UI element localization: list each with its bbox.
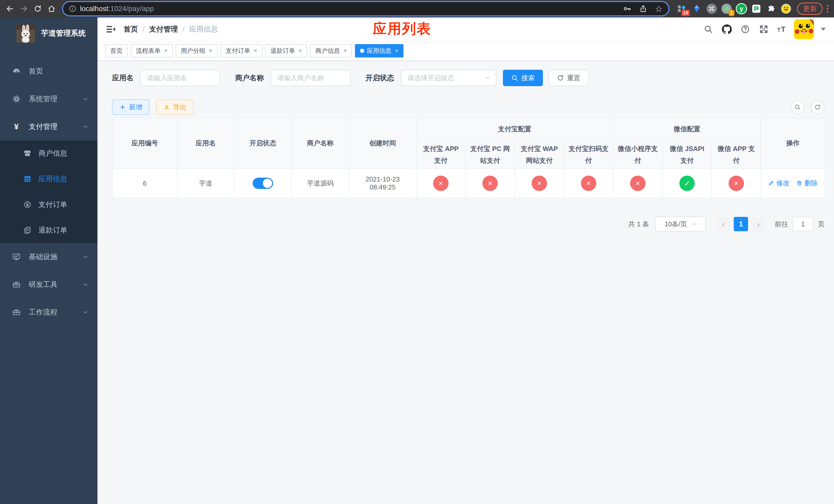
breadcrumb-home[interactable]: 首页 [124, 24, 138, 34]
sidebar-item-app-info[interactable]: 应用信息 [0, 166, 97, 192]
edit-link[interactable]: 修改 [768, 179, 790, 188]
app-name-input[interactable] [140, 70, 220, 86]
tags-view-bar: 首页 流程表单× 用户分组× 支付订单× 退款订单× 商户信息× 应用信息× [97, 41, 834, 61]
delete-link[interactable]: 删除 [796, 179, 818, 188]
sidebar-item-refund-orders[interactable]: 退款订单 [0, 217, 97, 243]
profile-emoji-icon[interactable] [780, 3, 792, 15]
github-icon[interactable] [722, 24, 732, 35]
close-icon[interactable]: × [395, 47, 398, 54]
tag-pay-orders[interactable]: 支付订单× [221, 44, 262, 58]
pinned-extension-icon[interactable]: 10 [676, 3, 688, 15]
sidebar-item-workflow[interactable]: 工作流程 [0, 298, 97, 326]
bookmark-star-icon[interactable]: ☆ [655, 4, 663, 13]
yen-icon: ¥ [12, 122, 21, 131]
next-page-button[interactable]: › [751, 217, 766, 231]
annotation-title: 应用列表 [373, 20, 431, 38]
goto-unit: 页 [818, 220, 825, 229]
close-icon[interactable]: × [164, 47, 168, 54]
status-select[interactable]: 请选择开启状态 [401, 70, 496, 86]
alipay-wap-status-icon: × [532, 176, 547, 191]
col-alipay-qr: 支付宝扫码支付 [564, 141, 613, 169]
cell-app-id: 6 [112, 169, 177, 198]
browser-back-button[interactable] [4, 3, 16, 15]
password-key-icon[interactable] [623, 5, 631, 13]
col-actions: 操作 [761, 118, 825, 169]
app-table: 应用编号 应用名 开启状态 商户名称 创建时间 支付宝配置 微信配置 操作 支付… [112, 117, 825, 198]
prev-page-button[interactable]: ‹ [716, 217, 731, 231]
close-icon[interactable]: × [344, 47, 347, 54]
chat-extension-icon[interactable] [750, 3, 762, 15]
close-icon[interactable]: × [299, 47, 302, 54]
chevron-up-icon [82, 123, 89, 130]
address-bar[interactable]: localhost :1024/pay/app ☆ [63, 2, 668, 15]
sidebar-item-dev-tools[interactable]: 研发工具 [0, 271, 97, 298]
alipay-qr-status-icon: × [581, 176, 596, 191]
active-dot [360, 49, 364, 53]
sidebar-item-pay-orders[interactable]: 支付订单 [0, 192, 97, 217]
chevron-down-icon [82, 96, 89, 102]
tag-process-form[interactable]: 流程表单× [131, 44, 173, 58]
reset-button[interactable]: 重置 [549, 70, 589, 86]
y-extension-icon[interactable]: y [736, 3, 747, 15]
add-button[interactable]: 新增 [112, 99, 150, 115]
caret-down-icon[interactable] [821, 28, 826, 31]
export-button[interactable]: 导出 [156, 99, 194, 115]
browser-home-button[interactable] [46, 3, 58, 15]
browser-reload-button[interactable] [32, 3, 44, 15]
filter-form: 应用名 商户名称 开启状态 请选择开启状态 搜索 [112, 70, 825, 86]
show-search-toggle-button[interactable] [791, 100, 805, 114]
tag-home[interactable]: 首页 [105, 44, 128, 58]
toolbox-icon [12, 307, 21, 317]
sidebar-item-infrastructure[interactable]: 基础设施 [0, 243, 97, 271]
chevron-down-icon [484, 75, 490, 81]
sidebar-logo[interactable]: 芋道管理系统 [0, 18, 97, 49]
alipay-pc-status-icon: × [482, 176, 498, 191]
browser-menu-icon[interactable] [825, 3, 830, 14]
sidebar-item-home[interactable]: 首页 [0, 58, 97, 85]
close-icon[interactable]: × [254, 47, 257, 54]
table-toolbar: 新增 导出 [112, 99, 825, 115]
site-info-icon[interactable] [69, 5, 76, 13]
alipay-app-status-icon: × [433, 176, 448, 191]
tag-user-group[interactable]: 用户分组× [176, 44, 218, 58]
page-size-select[interactable]: 10条/页 [655, 216, 706, 231]
status-toggle[interactable] [253, 178, 273, 189]
sidebar-item-merchant-info[interactable]: 商户信息 [0, 140, 97, 166]
pencil-icon [768, 180, 774, 186]
close-icon[interactable]: × [209, 47, 212, 54]
hamburger-icon[interactable] [106, 24, 116, 35]
share-icon[interactable] [639, 5, 647, 13]
font-size-icon[interactable]: TT [777, 25, 786, 33]
shop-icon [23, 149, 32, 158]
wechat-app-status-icon: × [729, 176, 744, 191]
breadcrumb-payment[interactable]: 支付管理 [149, 24, 178, 34]
sidebar-item-system[interactable]: 系统管理 [0, 85, 97, 113]
extensions-puzzle-icon[interactable] [765, 3, 777, 15]
search-button[interactable]: 搜索 [503, 70, 543, 86]
refresh-table-button[interactable] [811, 100, 825, 114]
tag-merchant-info[interactable]: 商户信息× [310, 44, 352, 58]
command-extension-icon[interactable] [706, 3, 718, 15]
col-wechat-app: 微信 APP 支付 [712, 141, 761, 169]
search-icon[interactable] [703, 24, 714, 35]
url-path: :1024/pay/app [109, 5, 154, 13]
goto-page-input[interactable] [792, 217, 814, 231]
browser-forward-button[interactable] [18, 3, 30, 15]
help-icon[interactable] [740, 24, 750, 35]
recorder-extension-icon[interactable]: 1 [721, 3, 732, 15]
group-wechat-config: 微信配置 [613, 118, 761, 141]
col-alipay-wap: 支付宝 WAP 网站支付 [515, 141, 564, 169]
sidebar-item-payment[interactable]: ¥ 支付管理 [0, 113, 97, 140]
tag-app-info[interactable]: 应用信息× [355, 44, 403, 58]
user-avatar[interactable] [794, 19, 814, 39]
page-1-button[interactable]: 1 [734, 217, 748, 231]
fullscreen-icon[interactable] [759, 24, 769, 35]
group-alipay-config: 支付宝配置 [416, 118, 613, 141]
browser-update-button[interactable]: 更新 [797, 3, 823, 15]
plus-icon [119, 104, 126, 111]
gem-extension-icon[interactable] [691, 3, 703, 15]
search-icon [511, 74, 518, 82]
merchant-name-input[interactable] [270, 70, 351, 86]
browser-toolbar: localhost :1024/pay/app ☆ 10 1 [0, 0, 834, 18]
tag-refund-orders[interactable]: 退款订单× [265, 44, 307, 58]
